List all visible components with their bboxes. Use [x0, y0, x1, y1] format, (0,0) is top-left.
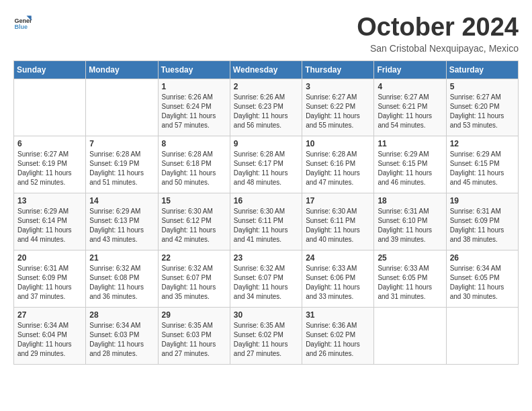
day-number: 8 — [162, 139, 226, 148]
day-cell: 22Sunrise: 6:32 AMSunset: 6:07 PMDayligh… — [158, 250, 230, 307]
day-info: Sunrise: 6:27 AMSunset: 6:19 PMDaylight:… — [17, 150, 82, 187]
day-number: 4 — [378, 82, 442, 91]
day-cell: 3Sunrise: 6:27 AMSunset: 6:22 PMDaylight… — [302, 79, 374, 136]
column-header-monday: Monday — [86, 60, 158, 79]
day-number: 9 — [234, 139, 298, 148]
title-block: October 2024 San Cristobal Nexquipayac, … — [357, 13, 519, 54]
day-info: Sunrise: 6:34 AMSunset: 6:05 PMDaylight:… — [450, 264, 515, 302]
day-cell — [86, 79, 158, 136]
day-cell: 10Sunrise: 6:28 AMSunset: 6:16 PMDayligh… — [302, 136, 374, 193]
day-cell: 18Sunrise: 6:31 AMSunset: 6:10 PMDayligh… — [374, 193, 446, 250]
day-cell: 16Sunrise: 6:30 AMSunset: 6:11 PMDayligh… — [230, 193, 302, 250]
day-info: Sunrise: 6:30 AMSunset: 6:11 PMDaylight:… — [234, 207, 298, 244]
day-number: 11 — [378, 139, 442, 148]
day-cell: 9Sunrise: 6:28 AMSunset: 6:17 PMDaylight… — [230, 136, 302, 193]
day-cell: 25Sunrise: 6:33 AMSunset: 6:05 PMDayligh… — [374, 250, 446, 307]
day-info: Sunrise: 6:30 AMSunset: 6:11 PMDaylight:… — [306, 207, 370, 244]
day-number: 20 — [17, 253, 82, 263]
column-header-thursday: Thursday — [302, 60, 374, 79]
week-row-2: 6Sunrise: 6:27 AMSunset: 6:19 PMDaylight… — [14, 136, 519, 193]
day-cell: 11Sunrise: 6:29 AMSunset: 6:15 PMDayligh… — [374, 136, 446, 193]
day-cell: 7Sunrise: 6:28 AMSunset: 6:19 PMDaylight… — [86, 136, 158, 193]
day-cell: 4Sunrise: 6:27 AMSunset: 6:21 PMDaylight… — [374, 79, 446, 136]
day-info: Sunrise: 6:26 AMSunset: 6:24 PMDaylight:… — [162, 93, 226, 130]
day-number: 5 — [450, 82, 515, 91]
logo: General Blue — [13, 13, 32, 32]
day-cell: 19Sunrise: 6:31 AMSunset: 6:09 PMDayligh… — [446, 193, 518, 250]
day-number: 15 — [162, 196, 226, 205]
day-number: 26 — [450, 253, 515, 263]
week-row-1: 1Sunrise: 6:26 AMSunset: 6:24 PMDaylight… — [14, 79, 519, 136]
day-info: Sunrise: 6:28 AMSunset: 6:16 PMDaylight:… — [306, 150, 370, 187]
day-cell — [14, 79, 86, 136]
day-info: Sunrise: 6:27 AMSunset: 6:20 PMDaylight:… — [450, 93, 515, 130]
day-number: 16 — [234, 196, 298, 205]
day-info: Sunrise: 6:36 AMSunset: 6:02 PMDaylight:… — [306, 321, 370, 359]
day-number: 28 — [89, 310, 154, 320]
day-cell: 23Sunrise: 6:32 AMSunset: 6:07 PMDayligh… — [230, 250, 302, 307]
day-cell: 26Sunrise: 6:34 AMSunset: 6:05 PMDayligh… — [446, 250, 518, 307]
day-info: Sunrise: 6:35 AMSunset: 6:02 PMDaylight:… — [234, 321, 298, 359]
day-info: Sunrise: 6:31 AMSunset: 6:09 PMDaylight:… — [17, 264, 82, 302]
day-cell: 1Sunrise: 6:26 AMSunset: 6:24 PMDaylight… — [158, 79, 230, 136]
day-info: Sunrise: 6:29 AMSunset: 6:15 PMDaylight:… — [378, 150, 442, 187]
day-info: Sunrise: 6:26 AMSunset: 6:23 PMDaylight:… — [234, 93, 298, 130]
day-cell: 6Sunrise: 6:27 AMSunset: 6:19 PMDaylight… — [14, 136, 86, 193]
day-number: 25 — [378, 253, 442, 263]
day-cell: 20Sunrise: 6:31 AMSunset: 6:09 PMDayligh… — [14, 250, 86, 307]
day-info: Sunrise: 6:28 AMSunset: 6:17 PMDaylight:… — [234, 150, 298, 187]
day-number: 10 — [306, 139, 370, 148]
day-cell — [446, 307, 518, 364]
day-number: 23 — [234, 253, 298, 263]
day-cell: 5Sunrise: 6:27 AMSunset: 6:20 PMDaylight… — [446, 79, 518, 136]
day-info: Sunrise: 6:28 AMSunset: 6:18 PMDaylight:… — [162, 150, 226, 187]
column-header-tuesday: Tuesday — [158, 60, 230, 79]
day-number: 1 — [162, 82, 226, 91]
day-number: 7 — [89, 139, 154, 148]
column-header-wednesday: Wednesday — [230, 60, 302, 79]
day-cell: 12Sunrise: 6:29 AMSunset: 6:15 PMDayligh… — [446, 136, 518, 193]
day-cell: 24Sunrise: 6:33 AMSunset: 6:06 PMDayligh… — [302, 250, 374, 307]
column-header-sunday: Sunday — [14, 60, 86, 79]
calendar-table: SundayMondayTuesdayWednesdayThursdayFrid… — [13, 60, 519, 365]
day-number: 6 — [17, 139, 82, 148]
day-info: Sunrise: 6:33 AMSunset: 6:05 PMDaylight:… — [378, 264, 442, 302]
day-number: 18 — [378, 196, 442, 205]
page-header: General Blue October 2024 San Cristobal … — [13, 13, 519, 54]
day-info: Sunrise: 6:31 AMSunset: 6:10 PMDaylight:… — [378, 207, 442, 244]
day-info: Sunrise: 6:28 AMSunset: 6:19 PMDaylight:… — [89, 150, 154, 187]
day-info: Sunrise: 6:30 AMSunset: 6:12 PMDaylight:… — [162, 207, 226, 244]
day-number: 21 — [89, 253, 154, 263]
day-number: 31 — [306, 310, 370, 320]
day-info: Sunrise: 6:29 AMSunset: 6:14 PMDaylight:… — [17, 207, 82, 244]
week-row-3: 13Sunrise: 6:29 AMSunset: 6:14 PMDayligh… — [14, 193, 519, 250]
day-number: 13 — [17, 196, 82, 205]
column-header-friday: Friday — [374, 60, 446, 79]
day-info: Sunrise: 6:34 AMSunset: 6:04 PMDaylight:… — [17, 321, 82, 359]
day-cell: 2Sunrise: 6:26 AMSunset: 6:23 PMDaylight… — [230, 79, 302, 136]
day-cell: 8Sunrise: 6:28 AMSunset: 6:18 PMDaylight… — [158, 136, 230, 193]
day-number: 12 — [450, 139, 515, 148]
column-header-saturday: Saturday — [446, 60, 518, 79]
week-row-4: 20Sunrise: 6:31 AMSunset: 6:09 PMDayligh… — [14, 250, 519, 307]
day-cell: 27Sunrise: 6:34 AMSunset: 6:04 PMDayligh… — [14, 307, 86, 364]
day-info: Sunrise: 6:35 AMSunset: 6:03 PMDaylight:… — [162, 321, 226, 359]
day-info: Sunrise: 6:32 AMSunset: 6:07 PMDaylight:… — [234, 264, 298, 302]
day-cell: 17Sunrise: 6:30 AMSunset: 6:11 PMDayligh… — [302, 193, 374, 250]
day-cell: 31Sunrise: 6:36 AMSunset: 6:02 PMDayligh… — [302, 307, 374, 364]
day-info: Sunrise: 6:29 AMSunset: 6:15 PMDaylight:… — [450, 150, 515, 187]
svg-text:Blue: Blue — [14, 24, 28, 30]
day-cell: 13Sunrise: 6:29 AMSunset: 6:14 PMDayligh… — [14, 193, 86, 250]
day-info: Sunrise: 6:27 AMSunset: 6:21 PMDaylight:… — [378, 93, 442, 130]
day-number: 2 — [234, 82, 298, 91]
day-number: 14 — [89, 196, 154, 205]
day-cell: 29Sunrise: 6:35 AMSunset: 6:03 PMDayligh… — [158, 307, 230, 364]
day-info: Sunrise: 6:32 AMSunset: 6:07 PMDaylight:… — [162, 264, 226, 302]
day-cell: 14Sunrise: 6:29 AMSunset: 6:13 PMDayligh… — [86, 193, 158, 250]
day-info: Sunrise: 6:34 AMSunset: 6:03 PMDaylight:… — [89, 321, 154, 359]
day-cell: 21Sunrise: 6:32 AMSunset: 6:08 PMDayligh… — [86, 250, 158, 307]
logo-icon: General Blue — [13, 13, 32, 32]
day-number: 30 — [234, 310, 298, 320]
day-number: 3 — [306, 82, 370, 91]
day-number: 24 — [306, 253, 370, 263]
